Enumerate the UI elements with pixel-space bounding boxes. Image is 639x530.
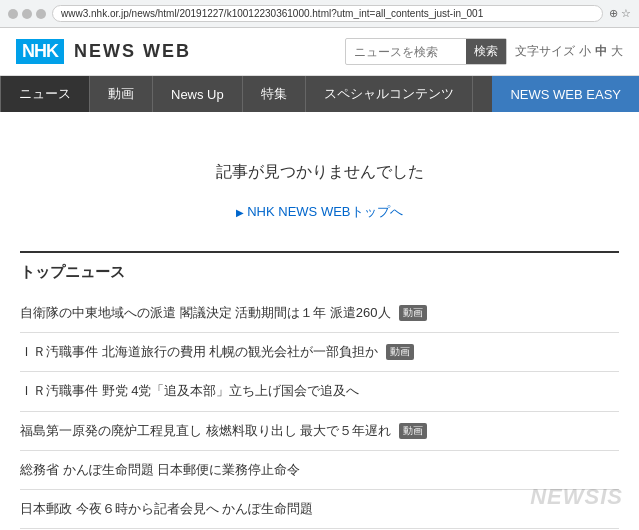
- nav-item-video[interactable]: 動画: [90, 76, 153, 112]
- browser-url[interactable]: www3.nhk.or.jp/news/html/20191227/k10012…: [52, 5, 603, 22]
- nhk-logo: NHK NEWS WEB: [16, 39, 191, 64]
- nhk-news-web-label: NEWS WEB: [74, 41, 191, 62]
- main-content: 記事が見つかりませんでした NHK NEWS WEBトップへ トップニュース 自…: [0, 112, 639, 530]
- browser-dot-3: [36, 9, 46, 19]
- font-size-medium[interactable]: 中: [595, 43, 607, 60]
- news-item-link[interactable]: 日本郵政 今夜６時から記者会見へ かんぽ生命問題: [20, 500, 313, 518]
- browser-bar: www3.nhk.or.jp/news/html/20191227/k10012…: [0, 0, 639, 28]
- news-item: 日本郵政 今夜６時から記者会見へ かんぽ生命問題: [20, 490, 619, 529]
- news-badge: 動画: [399, 305, 427, 321]
- search-box: 検索: [345, 38, 507, 65]
- nav-bar: ニュース 動画 News Up 特集 スペシャルコンテンツ NEWS WEB E…: [0, 76, 639, 112]
- news-list: 自衛隊の中東地域への派遣 閣議決定 活動期間は１年 派遣260人動画ＩＲ汚職事件…: [20, 294, 619, 530]
- not-found-message: 記事が見つかりませんでした: [20, 132, 619, 203]
- news-item: 自衛隊の中東地域への派遣 閣議決定 活動期間は１年 派遣260人動画: [20, 294, 619, 333]
- nhk-top-link-anchor[interactable]: NHK NEWS WEBトップへ: [236, 204, 402, 219]
- font-size-small[interactable]: 小: [579, 43, 591, 60]
- top-news-heading: トップニュース: [20, 259, 619, 282]
- news-item-link[interactable]: 自衛隊の中東地域への派遣 閣議決定 活動期間は１年 派遣260人: [20, 304, 391, 322]
- font-size-label: 文字サイズ: [515, 43, 575, 60]
- news-item-link[interactable]: ＩＲ汚職事件 野党 4党「追及本部」立ち上げ国会で追及へ: [20, 382, 359, 400]
- news-badge: 動画: [386, 344, 414, 360]
- news-item: 総務省 かんぽ生命問題 日本郵便に業務停止命令: [20, 451, 619, 490]
- nhk-top-link[interactable]: NHK NEWS WEBトップへ: [20, 203, 619, 251]
- font-size-large[interactable]: 大: [611, 43, 623, 60]
- nav-item-special-contents[interactable]: スペシャルコンテンツ: [306, 76, 473, 112]
- watermark: NEWSIS: [530, 484, 623, 510]
- nav-item-news[interactable]: ニュース: [0, 76, 90, 112]
- news-item-link[interactable]: ＩＲ汚職事件 北海道旅行の費用 札幌の観光会社が一部負担か: [20, 343, 378, 361]
- browser-dots: [8, 9, 46, 19]
- news-item-link[interactable]: 福島第一原発の廃炉工程見直し 核燃料取り出し 最大で５年遅れ: [20, 422, 391, 440]
- browser-dot-2: [22, 9, 32, 19]
- header-right: 検索 文字サイズ 小 中 大: [345, 38, 623, 65]
- news-item: ＩＲ汚職事件 野党 4党「追及本部」立ち上げ国会で追及へ: [20, 372, 619, 411]
- browser-actions: ⊕ ☆: [609, 7, 631, 20]
- search-input[interactable]: [346, 41, 466, 63]
- nhk-header: NHK NEWS WEB 検索 文字サイズ 小 中 大: [0, 28, 639, 76]
- news-item: 福島第一原発の廃炉工程見直し 核燃料取り出し 最大で５年遅れ動画: [20, 412, 619, 451]
- news-badge: 動画: [399, 423, 427, 439]
- news-item: ＩＲ汚職事件 北海道旅行の費用 札幌の観光会社が一部負担か動画: [20, 333, 619, 372]
- nav-item-special-feature[interactable]: 特集: [243, 76, 306, 112]
- search-button[interactable]: 検索: [466, 39, 506, 64]
- nav-item-news-easy[interactable]: NEWS WEB EASY: [492, 76, 639, 112]
- news-item-link[interactable]: 総務省 かんぽ生命問題 日本郵便に業務停止命令: [20, 461, 300, 479]
- section-divider: [20, 251, 619, 253]
- font-size-controls: 文字サイズ 小 中 大: [515, 43, 623, 60]
- nav-item-news-up[interactable]: News Up: [153, 76, 243, 112]
- browser-dot-1: [8, 9, 18, 19]
- nhk-brand[interactable]: NHK: [16, 39, 64, 64]
